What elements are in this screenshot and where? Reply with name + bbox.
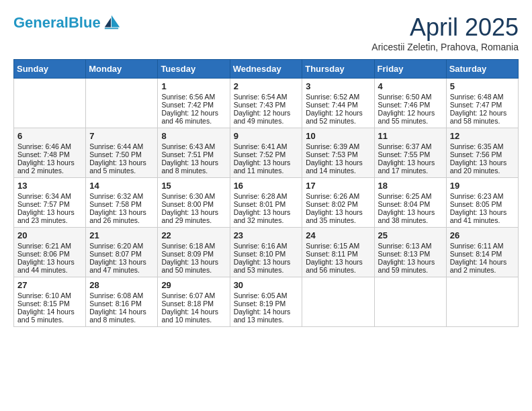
day-info: Sunrise: 6:43 AM (161, 142, 226, 150)
calendar-cell: 7Sunrise: 6:44 AMSunset: 7:50 PMDaylight… (86, 128, 158, 178)
day-info: Sunrise: 6:50 AM (378, 93, 443, 101)
calendar-week-row: 20Sunrise: 6:21 AMSunset: 8:06 PMDayligh… (14, 228, 519, 277)
day-info: Sunset: 8:06 PM (17, 250, 82, 258)
calendar-day-header: Wednesday (230, 60, 302, 79)
day-info: Daylight: 12 hours and 49 minutes. (234, 109, 299, 125)
svg-marker-0 (112, 15, 120, 28)
calendar-table: SundayMondayTuesdayWednesdayThursdayFrid… (13, 59, 519, 327)
day-number: 23 (234, 230, 299, 240)
day-number: 7 (89, 131, 154, 141)
day-info: Sunrise: 6:21 AM (17, 242, 82, 250)
day-info: Sunrise: 6:44 AM (89, 142, 154, 150)
day-info: Sunset: 7:55 PM (378, 150, 443, 158)
day-info: Sunset: 8:01 PM (234, 200, 299, 208)
day-info: Daylight: 13 hours and 41 minutes. (450, 208, 515, 224)
day-info: Daylight: 13 hours and 17 minutes. (378, 158, 443, 175)
svg-rect-2 (104, 28, 118, 29)
day-info: Daylight: 13 hours and 8 minutes. (161, 158, 226, 175)
day-number: 15 (161, 181, 226, 191)
calendar-cell: 26Sunrise: 6:11 AMSunset: 8:14 PMDayligh… (446, 228, 518, 277)
day-info: Daylight: 12 hours and 58 minutes. (450, 109, 515, 125)
day-info: Daylight: 13 hours and 29 minutes. (161, 208, 226, 224)
day-info: Sunset: 7:52 PM (234, 150, 299, 158)
day-number: 25 (378, 230, 443, 240)
day-info: Sunrise: 6:10 AM (17, 291, 82, 300)
day-info: Sunrise: 6:54 AM (234, 93, 299, 101)
calendar-cell: 30Sunrise: 6:05 AMSunset: 8:19 PMDayligh… (230, 277, 302, 327)
day-info: Daylight: 13 hours and 2 minutes. (17, 158, 82, 175)
calendar-cell: 24Sunrise: 6:15 AMSunset: 8:11 PMDayligh… (302, 228, 374, 277)
calendar-cell: 20Sunrise: 6:21 AMSunset: 8:06 PMDayligh… (14, 228, 86, 277)
day-info: Daylight: 13 hours and 23 minutes. (17, 208, 82, 224)
month-title: April 2025 (371, 13, 519, 42)
day-info: Daylight: 13 hours and 38 minutes. (378, 208, 443, 224)
day-info: Sunset: 7:57 PM (17, 200, 82, 208)
calendar-cell: 5Sunrise: 6:48 AMSunset: 7:47 PMDaylight… (446, 79, 518, 128)
day-info: Daylight: 14 hours and 13 minutes. (234, 308, 299, 324)
day-info: Daylight: 13 hours and 50 minutes. (161, 258, 226, 274)
day-info: Daylight: 13 hours and 11 minutes. (234, 158, 299, 175)
day-info: Daylight: 13 hours and 56 minutes. (306, 258, 370, 274)
day-info: Sunset: 7:43 PM (234, 101, 299, 109)
day-number: 17 (306, 181, 370, 191)
calendar-cell (86, 79, 158, 128)
day-info: Daylight: 14 hours and 2 minutes. (450, 258, 515, 274)
day-info: Daylight: 13 hours and 26 minutes. (89, 208, 154, 224)
day-number: 16 (234, 181, 299, 191)
day-info: Daylight: 13 hours and 47 minutes. (89, 258, 154, 274)
day-info: Sunrise: 6:26 AM (306, 192, 370, 200)
calendar-cell: 12Sunrise: 6:35 AMSunset: 7:56 PMDayligh… (446, 128, 518, 178)
calendar-cell (374, 277, 446, 327)
calendar-header-row: SundayMondayTuesdayWednesdayThursdayFrid… (14, 60, 519, 79)
day-info: Daylight: 13 hours and 35 minutes. (306, 208, 370, 224)
day-info: Sunset: 8:05 PM (450, 200, 515, 208)
day-info: Daylight: 13 hours and 32 minutes. (234, 208, 299, 224)
calendar-cell: 27Sunrise: 6:10 AMSunset: 8:15 PMDayligh… (14, 277, 86, 327)
day-number: 6 (17, 131, 82, 141)
page-header: GeneralBlue April 2025 Aricestii Zeletin… (13, 13, 519, 52)
calendar-cell: 29Sunrise: 6:07 AMSunset: 8:18 PMDayligh… (158, 277, 230, 327)
day-info: Sunset: 8:13 PM (378, 250, 443, 258)
day-number: 20 (17, 230, 82, 240)
day-number: 5 (450, 81, 515, 91)
calendar-cell: 25Sunrise: 6:13 AMSunset: 8:13 PMDayligh… (374, 228, 446, 277)
location: Aricestii Zeletin, Prahova, Romania (371, 42, 519, 52)
day-info: Daylight: 13 hours and 44 minutes. (17, 258, 82, 274)
day-info: Sunrise: 6:52 AM (306, 93, 370, 101)
day-info: Sunrise: 6:34 AM (17, 192, 82, 200)
day-info: Sunset: 7:53 PM (306, 150, 370, 158)
day-number: 22 (161, 230, 226, 240)
day-number: 12 (450, 131, 515, 141)
calendar-cell: 21Sunrise: 6:20 AMSunset: 8:07 PMDayligh… (86, 228, 158, 277)
day-number: 14 (89, 181, 154, 191)
day-number: 3 (306, 81, 370, 91)
svg-marker-1 (104, 18, 110, 28)
calendar-cell (14, 79, 86, 128)
logo: GeneralBlue (13, 13, 121, 32)
day-number: 10 (306, 131, 370, 141)
day-info: Sunrise: 6:56 AM (161, 93, 226, 101)
day-info: Sunrise: 6:23 AM (450, 192, 515, 200)
calendar-day-header: Thursday (302, 60, 374, 79)
day-info: Sunset: 7:44 PM (306, 101, 370, 109)
day-info: Sunrise: 6:16 AM (234, 242, 299, 250)
day-info: Daylight: 13 hours and 5 minutes. (89, 158, 154, 175)
calendar-cell: 13Sunrise: 6:34 AMSunset: 7:57 PMDayligh… (14, 178, 86, 228)
day-info: Daylight: 13 hours and 59 minutes. (378, 258, 443, 274)
day-info: Daylight: 12 hours and 46 minutes. (161, 109, 226, 125)
day-info: Daylight: 13 hours and 20 minutes. (450, 158, 515, 175)
day-info: Sunset: 8:16 PM (89, 300, 154, 308)
day-number: 19 (450, 181, 515, 191)
day-info: Sunset: 8:19 PM (234, 300, 299, 308)
calendar-cell: 8Sunrise: 6:43 AMSunset: 7:51 PMDaylight… (158, 128, 230, 178)
day-number: 9 (234, 131, 299, 141)
day-number: 18 (378, 181, 443, 191)
day-info: Sunrise: 6:30 AM (161, 192, 226, 200)
day-number: 27 (17, 280, 82, 290)
day-info: Sunrise: 6:28 AM (234, 192, 299, 200)
calendar-day-header: Sunday (14, 60, 86, 79)
calendar-cell: 11Sunrise: 6:37 AMSunset: 7:55 PMDayligh… (374, 128, 446, 178)
day-number: 29 (161, 280, 226, 290)
day-info: Daylight: 12 hours and 52 minutes. (306, 109, 370, 125)
day-number: 24 (306, 230, 370, 240)
